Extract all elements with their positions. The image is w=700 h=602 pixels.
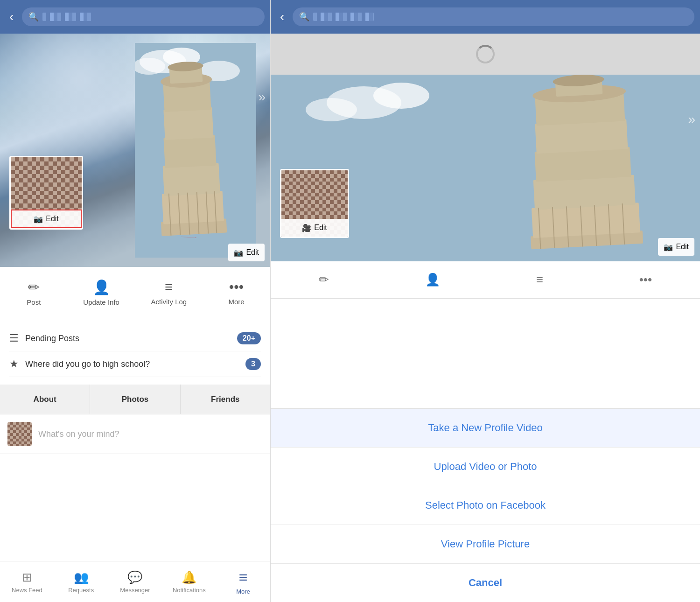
requests-label: Requests — [68, 587, 94, 594]
pending-posts-badge: 20+ — [237, 332, 261, 344]
cover-edit-label: Edit — [246, 248, 259, 257]
left-cover-area: » 📷 Edit 📷 Edit — [0, 34, 270, 267]
left-info-section: ☰ Pending Posts 20+ ★ Where did you go t… — [0, 318, 270, 385]
post-icon: ✏ — [28, 279, 40, 295]
left-profile-tabs: About Photos Friends — [0, 385, 270, 414]
view-profile-picture-option[interactable]: View Profile Picture — [271, 525, 700, 564]
high-school-badge: 3 — [245, 358, 261, 370]
high-school-icon: ★ — [9, 358, 19, 370]
upload-video-photo-option[interactable]: Upload Video or Photo — [271, 448, 700, 486]
tower-image — [135, 43, 256, 258]
tab-about[interactable]: About — [0, 385, 90, 414]
left-back-button[interactable]: ‹ — [6, 7, 17, 26]
more-nav-label: More — [236, 588, 250, 595]
pending-posts-icon: ☰ — [9, 332, 19, 344]
right-more-action[interactable]: ••• — [639, 273, 652, 287]
left-top-bar: ‹ 🔍 — [0, 0, 270, 34]
requests-icon: 👥 — [74, 570, 89, 585]
pending-posts-item[interactable]: ☰ Pending Posts 20+ — [9, 326, 261, 351]
post-action[interactable]: ✏ Post — [15, 279, 52, 306]
messenger-label: Messenger — [120, 587, 150, 594]
right-activity-log-action[interactable]: ≡ — [536, 273, 543, 287]
svg-rect-9 — [163, 107, 213, 140]
left-cover-photo — [0, 34, 270, 267]
more-action[interactable]: ••• More — [218, 279, 255, 306]
more-icon: ••• — [229, 279, 244, 295]
high-school-text: Where did you go to high school? — [25, 359, 239, 369]
activity-log-action[interactable]: ≡ Activity Log — [150, 279, 188, 306]
right-cover-area: » 🎥 Edit 📷 Edit — [271, 75, 700, 261]
update-info-action[interactable]: 👤 Update Info — [83, 279, 120, 306]
right-camera-icon: 🎥 — [302, 224, 311, 232]
notifications-label: Notifications — [173, 587, 206, 594]
composer-avatar — [7, 422, 32, 446]
red-arrow-indicator — [82, 237, 270, 238]
svg-rect-7 — [163, 163, 220, 196]
right-chevron-icon: » — [688, 112, 695, 127]
high-school-item[interactable]: ★ Where did you go to high school? 3 — [9, 351, 261, 377]
right-loading-area — [271, 34, 700, 75]
right-profile-edit-label: Edit — [314, 224, 327, 232]
composer-avatar-image — [7, 422, 32, 446]
nav-more[interactable]: ≡ More — [224, 569, 262, 595]
nav-requests[interactable]: 👥 Requests — [63, 570, 100, 594]
post-label: Post — [27, 298, 41, 306]
right-cover-camera-icon: 📷 — [664, 243, 673, 252]
left-bottom-nav: ⊞ News Feed 👥 Requests 💬 Messenger 🔔 Not… — [0, 561, 270, 602]
right-back-button[interactable]: ‹ — [276, 7, 288, 26]
cover-camera-icon: 📷 — [234, 248, 243, 257]
right-post-action[interactable]: ✏ — [319, 273, 329, 287]
left-status-composer[interactable]: What's on your mind? — [0, 414, 270, 454]
left-search-bar[interactable]: 🔍 — [22, 7, 265, 26]
more-nav-icon: ≡ — [239, 569, 248, 586]
right-search-text-pixelated — [313, 13, 374, 21]
take-profile-video-option[interactable]: Take a New Profile Video — [271, 409, 700, 448]
notifications-icon: 🔔 — [182, 570, 196, 585]
nav-news-feed[interactable]: ⊞ News Feed — [8, 570, 46, 594]
right-panel: ‹ 🔍 — [271, 0, 700, 602]
chevron-right-icon: » — [258, 90, 266, 105]
composer-placeholder: What's on your mind? — [38, 429, 119, 439]
loading-spinner — [476, 45, 495, 63]
svg-point-25 — [306, 98, 357, 121]
left-panel: ‹ 🔍 — [0, 0, 271, 602]
right-update-info-action[interactable]: 👤 — [425, 273, 440, 287]
svg-line-21 — [181, 237, 196, 238]
right-activity-log-icon: ≡ — [536, 273, 543, 287]
tab-photos[interactable]: Photos — [90, 385, 180, 414]
nav-messenger[interactable]: 💬 Messenger — [116, 570, 154, 594]
svg-point-24 — [373, 83, 429, 109]
right-search-bar[interactable]: 🔍 — [293, 7, 694, 26]
update-info-label: Update Info — [83, 298, 119, 306]
activity-log-label: Activity Log — [151, 298, 187, 306]
left-profile-edit-button[interactable]: 📷 Edit — [11, 210, 82, 228]
right-profile-pic-container: 🎥 Edit — [280, 169, 349, 238]
left-cover-edit-button[interactable]: 📷 Edit — [228, 244, 265, 261]
right-action-bar: ✏ 👤 ≡ ••• — [271, 261, 700, 299]
right-top-bar: ‹ 🔍 — [271, 0, 700, 34]
context-menu: Take a New Profile Video Upload Video or… — [271, 408, 700, 602]
more-label: More — [229, 298, 245, 306]
news-feed-icon: ⊞ — [22, 570, 32, 585]
search-text-pixelated — [42, 13, 94, 21]
right-post-icon: ✏ — [319, 273, 329, 287]
tab-friends[interactable]: Friends — [181, 385, 270, 414]
nav-notifications[interactable]: 🔔 Notifications — [170, 570, 208, 594]
messenger-icon: 💬 — [127, 570, 142, 585]
left-action-bar: ✏ Post 👤 Update Info ≡ Activity Log ••• … — [0, 267, 270, 318]
right-more-dots-icon: ••• — [639, 273, 652, 287]
search-icon: 🔍 — [28, 12, 39, 22]
select-photo-facebook-option[interactable]: Select Photo on Facebook — [271, 486, 700, 525]
activity-log-icon: ≡ — [165, 279, 173, 295]
left-profile-pic-container: 📷 Edit — [9, 156, 83, 230]
news-feed-label: News Feed — [12, 587, 42, 594]
cancel-button[interactable]: Cancel — [271, 564, 700, 602]
right-update-info-icon: 👤 — [425, 273, 440, 287]
svg-rect-8 — [163, 135, 216, 168]
right-profile-edit-button[interactable]: 🎥 Edit — [281, 219, 348, 237]
pending-posts-text: Pending Posts — [25, 334, 231, 343]
right-search-icon: 🔍 — [299, 12, 309, 22]
right-cover-edit-button[interactable]: 📷 Edit — [658, 238, 694, 256]
camera-icon: 📷 — [34, 215, 43, 224]
profile-edit-label: Edit — [46, 215, 59, 223]
